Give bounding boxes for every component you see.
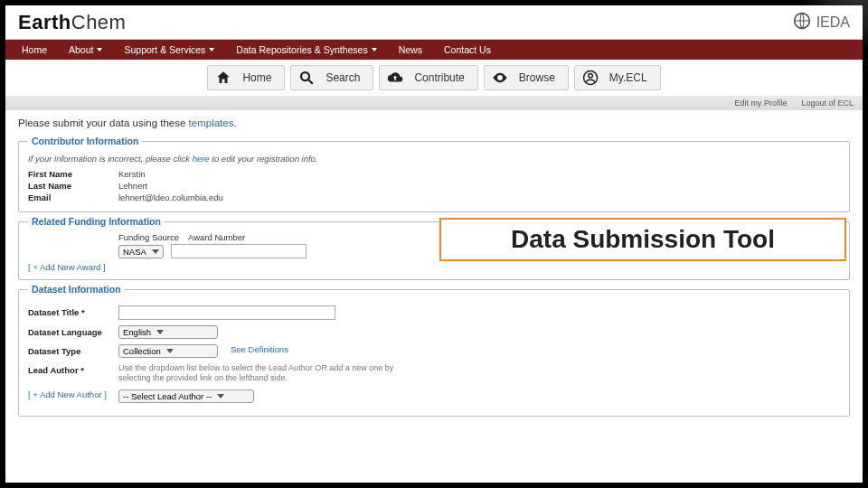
chevron-down-icon [217, 394, 224, 399]
cloud-upload-icon [385, 68, 405, 88]
award-number-input[interactable] [171, 244, 307, 258]
logout-link[interactable]: Logout of ECL [801, 99, 854, 108]
funding-legend: Related Funding Information [28, 216, 165, 227]
lead-author-select[interactable]: -- Select Lead Author -- [118, 389, 254, 403]
iconnav-contribute[interactable]: Contribute [379, 65, 477, 90]
edit-registration-note: If your information is incorrect, please… [28, 154, 840, 164]
section-nav: Home Search Contribute Browse My.ECL [5, 60, 863, 96]
dataset-language-select[interactable]: English [118, 325, 218, 339]
dataset-legend: Dataset Information [28, 284, 125, 295]
funding-source-select[interactable]: NASA [118, 245, 164, 258]
iconnav-myecl[interactable]: My.ECL [574, 65, 661, 90]
nav-news[interactable]: News [390, 40, 431, 60]
eye-icon [490, 68, 510, 88]
svg-point-3 [589, 74, 593, 79]
logo-light: Chem [71, 11, 127, 33]
nav-about[interactable]: About [60, 40, 111, 60]
award-number-label: Award Number [188, 232, 245, 242]
templates-link[interactable]: templates [189, 117, 234, 128]
nav-repos[interactable]: Data Repositories & Syntheses [227, 40, 385, 60]
globe-icon [793, 12, 811, 33]
dataset-type-label: Dataset Type [28, 344, 118, 356]
add-author-link[interactable]: [ + Add New Author ] [28, 389, 118, 399]
lead-author-help: Use the dropdown list below to select th… [118, 363, 426, 384]
callout-overlay: Data Submission Tool [439, 218, 846, 261]
chevron-down-icon [166, 349, 174, 353]
last-name-label: Last Name [28, 181, 118, 191]
iconnav-browse[interactable]: Browse [484, 65, 569, 90]
add-award-link[interactable]: [ + Add New Award ] [28, 262, 840, 272]
dataset-type-select[interactable]: Collection [118, 344, 218, 358]
edit-here-link[interactable]: here [193, 154, 210, 164]
logo-bold: Earth [18, 11, 71, 33]
svg-point-1 [301, 72, 309, 80]
chevron-down-icon [152, 249, 159, 254]
chevron-down-icon [97, 48, 102, 52]
email-label: Email [28, 192, 118, 202]
chevron-down-icon [372, 48, 377, 52]
home-icon [213, 68, 233, 88]
org-logo[interactable]: IEDA [793, 12, 850, 33]
dataset-title-input[interactable] [118, 305, 335, 320]
chevron-down-icon [156, 330, 164, 334]
dataset-language-label: Dataset Language [28, 325, 118, 337]
org-label: IEDA [816, 14, 850, 31]
email-value: lehnert@ldeo.columbia.edu [118, 192, 223, 202]
nav-support[interactable]: Support & Services [115, 40, 223, 60]
dataset-title-label: Dataset Title * [28, 305, 118, 317]
nav-home[interactable]: Home [13, 40, 56, 60]
iconnav-search[interactable]: Search [290, 65, 373, 90]
see-definitions-link[interactable]: See Definitions [231, 344, 288, 354]
iconnav-home[interactable]: Home [207, 65, 285, 90]
last-name-value: Lehnert [118, 181, 147, 191]
lead-author-label: Lead Author * [28, 363, 118, 375]
first-name-value: Kerstin [118, 169, 146, 179]
contributor-fieldset: Contributor Information If your informat… [18, 136, 850, 212]
search-icon [297, 68, 316, 88]
site-logo[interactable]: EarthChem [18, 11, 126, 34]
first-name-label: First Name [28, 169, 118, 179]
funding-source-label: Funding Source [118, 232, 179, 242]
main-nav: Home About Support & Services Data Repos… [5, 40, 863, 60]
contributor-legend: Contributor Information [28, 136, 142, 146]
nav-contact[interactable]: Contact Us [435, 40, 500, 60]
chevron-down-icon [209, 48, 214, 52]
intro-text: Please submit your data using these temp… [18, 117, 850, 128]
edit-profile-link[interactable]: Edit my Profile [734, 99, 787, 108]
user-icon [580, 68, 600, 88]
dataset-fieldset: Dataset Information Dataset Title * Data… [18, 284, 850, 417]
